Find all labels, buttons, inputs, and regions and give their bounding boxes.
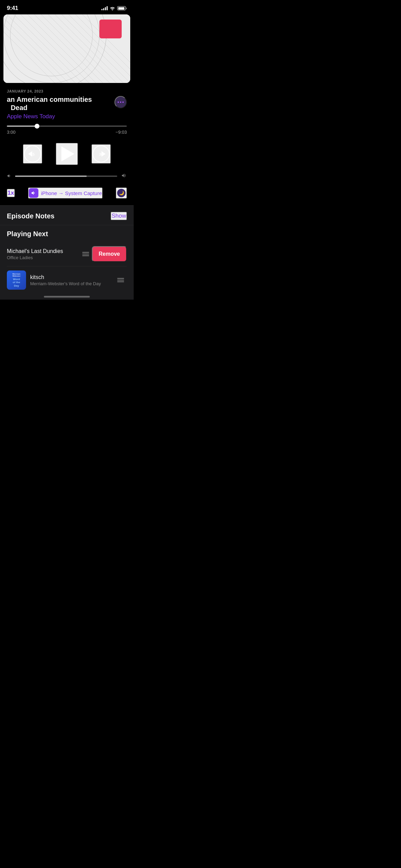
sleep-timer-button[interactable]: 🌙 (116, 188, 127, 198)
queue-item-2-podcast: Merriam-Webster's Word of the Day (30, 281, 114, 286)
more-options-button[interactable] (114, 96, 127, 108)
episode-date: JANUARY 24, 2023 (7, 89, 127, 93)
time-remaining: −9:03 (116, 130, 127, 135)
queue-item-2-text: kitsch Merriam-Webster's Word of the Day (30, 274, 114, 286)
playback-controls: 15 30 (0, 135, 134, 172)
queue-item-2-name: kitsch (30, 274, 114, 280)
remove-button[interactable]: Remove (92, 246, 127, 262)
progress-section: 3:00 −9:03 (0, 120, 134, 135)
player-info: JANUARY 24, 2023 an American communities… (0, 83, 134, 120)
wifi-icon (110, 6, 115, 10)
progress-fill (7, 125, 37, 127)
volume-low-icon (7, 173, 12, 179)
progress-thumb[interactable] (35, 124, 39, 129)
more-dots-icon (118, 101, 124, 103)
skip-forward-button[interactable]: 30 (92, 144, 111, 164)
play-pause-button[interactable] (56, 143, 78, 165)
episode-notes-section: Episode Notes Show (0, 205, 134, 225)
skip-forward-circle: 30 (93, 145, 110, 162)
episode-notes-row: Episode Notes Show (7, 212, 127, 220)
volume-section (0, 172, 134, 185)
status-icons (101, 6, 127, 10)
episode-notes-title: Episode Notes (7, 212, 54, 220)
queue-item-1-text: Michael's Last Dundies Office Ladies (7, 248, 80, 260)
episode-title: an American communities Dead (7, 95, 114, 112)
volume-high-icon (121, 173, 127, 179)
show-notes-button[interactable]: Show (111, 212, 127, 220)
time-elapsed: 3:00 (7, 130, 15, 135)
svg-rect-19 (99, 20, 122, 38)
home-indicator (0, 293, 134, 300)
reorder-icon[interactable] (80, 249, 92, 259)
status-bar: 9:41 (0, 0, 134, 14)
playing-next-title: Playing Next (7, 230, 127, 238)
playing-next-section: Playing Next Michael's Last Dundies Offi… (0, 225, 134, 293)
home-bar (44, 296, 90, 298)
skip-back-button[interactable]: 15 (23, 144, 42, 164)
episode-title-row: an American communities Dead (7, 95, 127, 112)
audio-output-button[interactable]: iPhone → System Capture (28, 188, 103, 198)
podcast-name[interactable]: Apple News Today (7, 113, 127, 120)
output-label: iPhone → System Capture (41, 190, 102, 196)
play-icon (61, 146, 74, 161)
album-art (3, 14, 130, 83)
album-art-graphic (3, 14, 130, 83)
playback-speed-button[interactable]: 1x (7, 189, 15, 197)
options-section: 1x iPhone → System Capture 🌙 (0, 185, 134, 205)
skip-back-label: 15 (31, 152, 35, 156)
progress-times: 3:00 −9:03 (7, 130, 127, 135)
signal-icon (101, 6, 108, 10)
speaker-icon (29, 188, 38, 198)
reorder-icon-2[interactable] (114, 275, 127, 285)
battery-icon (117, 6, 127, 10)
skip-forward-label: 30 (99, 152, 103, 156)
volume-track[interactable] (15, 176, 117, 177)
status-time: 9:41 (7, 5, 18, 12)
volume-fill (15, 176, 87, 177)
queue-item-1-podcast: Office Ladies (7, 255, 80, 260)
queue-item-1-name: Michael's Last Dundies (7, 248, 80, 254)
progress-track[interactable] (7, 125, 127, 127)
skip-back-circle: 15 (24, 145, 41, 162)
svg-text:🌙: 🌙 (119, 190, 124, 196)
queue-item-2: Merriam Webster Wordof theDay kitsch Mer… (7, 266, 127, 293)
sleep-icon: 🌙 (117, 188, 126, 198)
queue-item-2-thumb: Merriam Webster Wordof theDay (7, 270, 26, 290)
queue-item: Michael's Last Dundies Office Ladies Rem… (7, 243, 127, 266)
